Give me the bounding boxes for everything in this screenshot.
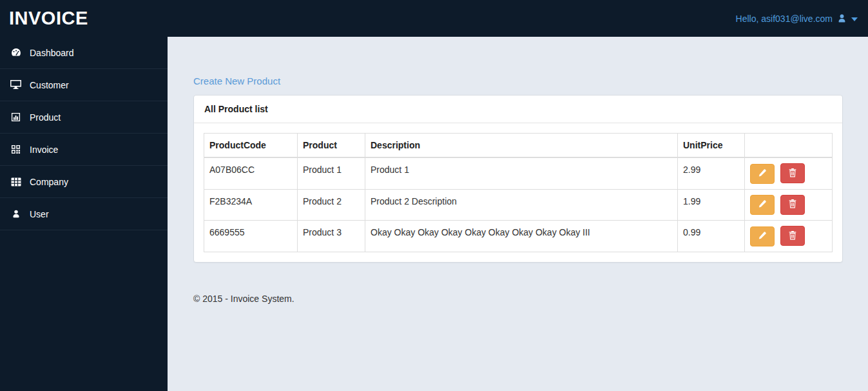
- table-row: F2B3234A Product 2 Product 2 Description…: [204, 189, 833, 221]
- delete-product-button[interactable]: [780, 195, 805, 215]
- pencil-icon: [758, 168, 767, 179]
- product-table: ProductCode Product Description UnitPric…: [204, 133, 833, 252]
- user-menu[interactable]: Hello, asif031@live.com: [736, 14, 858, 24]
- product-code-cell: A07B06CC: [204, 157, 298, 189]
- top-navbar: INVOICE Hello, asif031@live.com: [0, 0, 868, 37]
- table-row: A07B06CC Product 1 Product 1 2.99: [204, 157, 833, 189]
- table-icon: [10, 177, 21, 186]
- panel-title: All Product list: [194, 95, 842, 123]
- user-icon: [837, 14, 847, 23]
- qrcode-icon: [10, 145, 21, 154]
- column-header-product: Product: [298, 134, 365, 158]
- product-code-cell: F2B3234A: [204, 189, 298, 221]
- sidebar-item-dashboard[interactable]: Dashboard: [0, 37, 168, 69]
- copyright-footer: © 2015 - Invoice System.: [193, 294, 843, 304]
- delete-product-button[interactable]: [780, 226, 805, 246]
- desktop-icon: [10, 80, 21, 90]
- edit-product-button[interactable]: [750, 226, 775, 246]
- product-description-cell: Product 1: [365, 157, 678, 189]
- sidebar-item-label: Customer: [30, 80, 69, 90]
- person-icon: [10, 209, 21, 219]
- product-name-cell: Product 3: [298, 221, 365, 252]
- actions-cell: [745, 221, 833, 252]
- unit-price-cell: 2.99: [678, 157, 745, 189]
- bar-chart-icon: [10, 112, 21, 122]
- user-greeting: Hello, asif031@live.com: [736, 14, 833, 24]
- sidebar-item-label: Product: [30, 112, 61, 123]
- unit-price-cell: 0.99: [678, 221, 745, 252]
- table-header-row: ProductCode Product Description UnitPric…: [204, 134, 833, 158]
- product-code-cell: 6669555: [204, 221, 298, 252]
- pencil-icon: [758, 231, 767, 242]
- chevron-down-icon: [851, 17, 858, 21]
- table-row: 6669555 Product 3 Okay Okay Okay Okay Ok…: [204, 221, 833, 252]
- product-description-cell: Okay Okay Okay Okay Okay Okay Okay Okay …: [365, 221, 678, 252]
- sidebar-item-company[interactable]: Company: [0, 166, 168, 198]
- sidebar-item-product[interactable]: Product: [0, 101, 168, 134]
- actions-cell: [745, 189, 833, 221]
- product-description-cell: Product 2 Description: [365, 189, 678, 221]
- pencil-icon: [758, 199, 767, 210]
- column-header-actions: [745, 134, 833, 158]
- invoice-app: INVOICE Hello, asif031@live.com Dashboar…: [0, 0, 868, 391]
- column-header-description: Description: [365, 134, 678, 158]
- sidebar-item-label: Invoice: [30, 145, 58, 155]
- edit-product-button[interactable]: [750, 195, 775, 215]
- trash-icon: [788, 230, 797, 242]
- panel-body: ProductCode Product Description UnitPric…: [194, 123, 842, 262]
- edit-product-button[interactable]: [750, 164, 775, 184]
- trash-icon: [788, 168, 797, 179]
- brand-logo[interactable]: INVOICE: [9, 0, 88, 37]
- sidebar-item-label: User: [30, 209, 49, 219]
- sidebar-item-invoice[interactable]: Invoice: [0, 134, 168, 166]
- sidebar-item-user[interactable]: User: [0, 198, 168, 230]
- product-name-cell: Product 2: [298, 189, 365, 221]
- column-header-productcode: ProductCode: [204, 134, 298, 158]
- trash-icon: [788, 199, 797, 210]
- actions-cell: [745, 157, 833, 189]
- column-header-unitprice: UnitPrice: [678, 134, 745, 158]
- main-content: Create New Product All Product list Prod…: [168, 37, 868, 391]
- delete-product-button[interactable]: [780, 163, 805, 183]
- create-new-product-link[interactable]: Create New Product: [193, 75, 280, 86]
- sidebar-item-label: Company: [30, 177, 68, 187]
- product-list-panel: All Product list ProductCode Product Des…: [193, 95, 843, 263]
- sidebar-item-customer[interactable]: Customer: [0, 69, 168, 101]
- product-table-body: A07B06CC Product 1 Product 1 2.99 F2B323…: [204, 157, 833, 252]
- product-name-cell: Product 1: [298, 157, 365, 189]
- unit-price-cell: 1.99: [678, 189, 745, 221]
- dashboard-icon: [10, 48, 21, 58]
- sidebar-nav: Dashboard Customer Product: [0, 37, 168, 391]
- sidebar-item-label: Dashboard: [30, 48, 74, 58]
